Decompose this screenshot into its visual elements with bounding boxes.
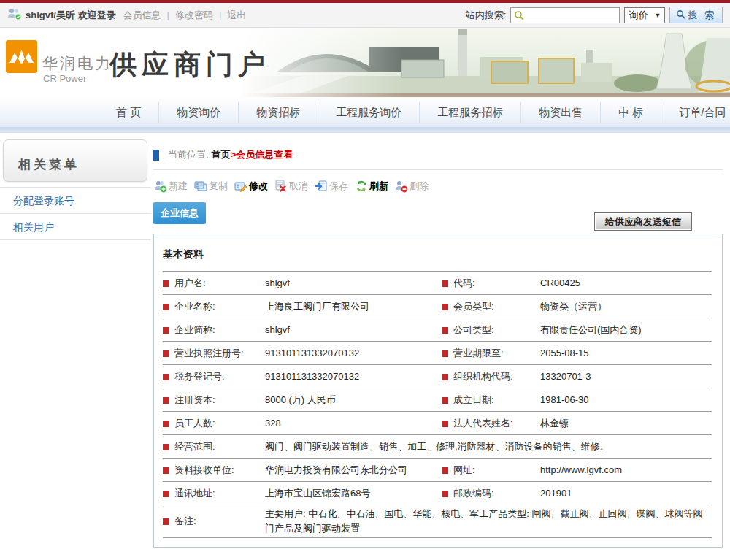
record-toolbar: 新建复制修改取消保存刷新删除	[154, 180, 723, 193]
field-label: 邮政编码:	[453, 488, 494, 499]
field-bullet-icon	[163, 327, 169, 334]
main-area: 当前位置: 首页 >会员信息查看 新建复制修改取消保存刷新删除 企业信息 给供应…	[151, 133, 730, 560]
field-value: shlgvf	[265, 277, 290, 288]
field-bullet-icon	[163, 304, 169, 310]
table-row: 营业执照注册号:913101131332070132营业期限至:2055-08-…	[163, 342, 712, 365]
sidebar-menu-item[interactable]: 相关用户	[0, 214, 151, 240]
toolbar-cancel-button[interactable]: 取消	[274, 180, 308, 193]
toolbar-label: 删除	[410, 180, 429, 193]
breadcrumb-divider	[153, 169, 723, 170]
user-welcome-text: shlgvf/吴昕 欢迎登录	[26, 9, 116, 22]
field-value: 上海市宝山区锦宏路68号	[265, 488, 370, 499]
topbar-link[interactable]: 退出	[227, 9, 246, 22]
link-separator: |	[219, 9, 221, 20]
field-bullet-icon	[163, 280, 169, 287]
tab-company-info[interactable]: 企业信息	[153, 202, 206, 224]
power-plant-banner-image	[239, 28, 730, 97]
nav-item[interactable]: 工程服务询价	[318, 102, 420, 123]
field-value: 8000 (万) 人民币	[265, 394, 336, 405]
toolbar-save-button[interactable]: 保存	[315, 180, 348, 193]
field-value: 物资类（运营）	[540, 301, 607, 312]
basic-info-table-body: 用户名:shlgvf代码:CR00425企业名称:上海良工阀门厂有限公司会员类型…	[163, 272, 712, 538]
toolbar-user-add-button[interactable]: 新建	[154, 180, 188, 193]
nav-item[interactable]: 首 页	[99, 102, 159, 123]
nav-item[interactable]: 订单/合同	[661, 102, 730, 123]
toolbar-user-delete-button[interactable]: 删除	[395, 180, 429, 193]
table-row: 资料接收单位:华润电力投资有限公司东北分公司网址:http://www.lgvf…	[163, 459, 712, 482]
table-row: 用户名:shlgvf代码:CR00425	[163, 272, 712, 295]
sidebar-menu-item[interactable]: 分配登录账号	[0, 188, 151, 214]
field-label: 组织机构代码:	[453, 371, 513, 382]
main-nav: 首 页物资询价物资招标工程服务询价工程服务招标物资出售中 标订单/合同	[0, 97, 730, 127]
toolbar-label: 复制	[209, 180, 228, 193]
field-value: shlgvf	[265, 324, 290, 335]
field-bullet-icon	[442, 350, 448, 357]
topbar-link[interactable]: 修改密码	[175, 9, 213, 22]
table-row: 备注:主要用户: 中石化、中石油、国电、华能、核电、军工产品类型: 闸阀、截止阀…	[163, 505, 712, 538]
field-label: 税务登记号:	[174, 371, 225, 382]
nav-bottom-band	[0, 127, 730, 133]
toolbar-copy-button[interactable]: 复制	[194, 180, 228, 193]
search-category-select[interactable]: 询价 ▼	[624, 7, 665, 23]
field-value: 上海良工阀门厂有限公司	[265, 301, 369, 312]
field-value: CR00425	[540, 277, 580, 288]
portal-title: 供应商门户	[110, 47, 270, 83]
field-label: 用户名:	[174, 277, 206, 288]
send-sms-to-supplier-button[interactable]: 给供应商发送短信	[594, 212, 692, 231]
field-value: 林金镖	[540, 418, 569, 429]
field-label: 通讯地址:	[174, 488, 215, 499]
field-value: 主要用户: 中石化、中石油、国电、华能、核电、军工产品类型: 闸阀、截止阀、止回…	[265, 508, 702, 534]
search-category-value: 询价	[629, 9, 648, 22]
search-button[interactable]: 搜 索	[669, 7, 723, 23]
field-label: 代码:	[453, 277, 475, 288]
table-row: 企业简称:shlgvf公司类型:有限责任公司(国内合资)	[163, 318, 712, 342]
table-row: 通讯地址:上海市宝山区锦宏路68号邮政编码:201901	[163, 482, 712, 505]
toolbar-label: 刷新	[369, 180, 388, 193]
field-bullet-icon	[442, 491, 448, 497]
company-info-panel: 基本资料 用户名:shlgvf代码:CR00425企业名称:上海良工阀门厂有限公…	[153, 234, 723, 548]
sidebar-title-box: 相关菜单	[3, 139, 147, 182]
field-bullet-icon	[163, 467, 169, 474]
field-value: 阀门、阀门驱动装置制造、销售、加工、修理,消防器材、消防设备的销售、维修。	[265, 441, 610, 452]
toolbar-label: 修改	[249, 180, 268, 193]
field-value: 有限责任公司(国内合资)	[540, 324, 642, 335]
field-value: 华润电力投资有限公司东北分公司	[265, 464, 407, 475]
field-value: 913101131332070132	[265, 348, 359, 358]
field-bullet-icon	[442, 421, 448, 427]
field-bullet-icon	[442, 280, 448, 287]
breadcrumb-label: 当前位置:	[168, 148, 209, 161]
topbar-link[interactable]: 会员信息	[123, 9, 161, 22]
toolbar-edit-button[interactable]: 修改	[234, 180, 268, 193]
search-input[interactable]	[510, 7, 620, 23]
field-label: 经营范围:	[174, 441, 215, 452]
nav-item[interactable]: 中 标	[601, 102, 661, 123]
search-label: 站内搜索:	[466, 9, 507, 22]
breadcrumb-current: >会员信息查看	[231, 148, 293, 161]
field-label: 公司类型:	[453, 324, 494, 335]
basic-info-table: 用户名:shlgvf代码:CR00425企业名称:上海良工阀门厂有限公司会员类型…	[163, 271, 712, 538]
section-title-basic-info: 基本资料	[163, 248, 722, 261]
toolbar-refresh-button[interactable]: 刷新	[355, 180, 388, 193]
logo-text-cn: 华润电力	[42, 53, 112, 74]
chevron-down-icon: ▼	[654, 12, 661, 19]
field-value: 2055-08-15	[540, 348, 589, 358]
field-bullet-icon	[442, 304, 448, 310]
cr-power-logo	[6, 40, 37, 76]
field-value: 201901	[540, 488, 572, 499]
nav-item[interactable]: 物资招标	[239, 102, 318, 123]
nav-item[interactable]: 物资出售	[521, 102, 601, 123]
save-icon	[315, 180, 328, 193]
field-label: 企业名称:	[174, 301, 215, 312]
field-label: 注册资本:	[174, 394, 215, 405]
nav-item[interactable]: 工程服务招标	[420, 102, 521, 123]
field-bullet-icon	[163, 374, 169, 380]
search-icon	[676, 9, 685, 21]
field-label: 员工人数:	[174, 418, 215, 429]
users-icon	[7, 8, 22, 22]
breadcrumb-home-link[interactable]: 首页	[212, 148, 231, 161]
user-delete-icon	[395, 180, 408, 193]
field-bullet-icon	[442, 397, 448, 404]
field-bullet-icon	[442, 374, 448, 380]
field-bullet-icon	[163, 421, 169, 427]
nav-item[interactable]: 物资询价	[159, 102, 239, 123]
